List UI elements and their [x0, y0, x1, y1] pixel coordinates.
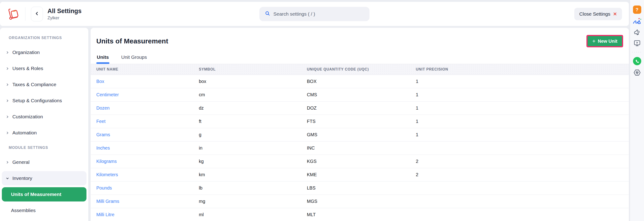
unit-uqc: MGS	[307, 199, 416, 204]
tab-units[interactable]: Units	[96, 55, 110, 64]
unit-precision: 1	[416, 79, 623, 84]
unit-symbol: box	[199, 79, 307, 84]
unit-name-link[interactable]: Milli Litre	[96, 212, 114, 217]
sidebar-item-customization[interactable]: Customization	[0, 109, 88, 125]
sidebar-item-units-of-measurement[interactable]: Units of Measurement	[0, 186, 88, 202]
help-icon[interactable]: ?	[633, 6, 641, 14]
table-row: Milli Litre ml MLT	[90, 208, 629, 221]
unit-name-link[interactable]: Inches	[96, 145, 110, 151]
unit-name-link[interactable]: Grams	[96, 132, 110, 137]
unit-name-link[interactable]: Kilograms	[96, 159, 117, 164]
table-row: Inches in INC	[90, 141, 629, 155]
unit-symbol: ml	[199, 212, 307, 217]
close-settings-button[interactable]: Close Settings ✕	[574, 8, 622, 20]
unit-symbol: ft	[199, 119, 307, 124]
unit-uqc: CMS	[307, 92, 416, 97]
unit-uqc: DOZ	[307, 105, 416, 111]
table-row: Kilograms kg KGS 2	[90, 155, 629, 168]
close-icon: ✕	[613, 12, 617, 16]
page-title: All Settings	[48, 7, 82, 15]
unit-uqc: INC	[307, 145, 416, 151]
table-row: Centimeter cm CMS 1	[90, 88, 629, 102]
announcements-icon[interactable]	[634, 29, 641, 36]
search-icon	[265, 11, 270, 17]
header-divider	[25, 7, 26, 21]
chevron-right-icon	[6, 99, 9, 102]
unit-symbol: km	[199, 172, 307, 177]
table-row: Feet ft FTS 1	[90, 115, 629, 128]
unit-uqc: LBS	[307, 185, 416, 191]
unit-name-link[interactable]: Centimeter	[96, 92, 119, 97]
unit-uqc: GMS	[307, 132, 416, 137]
section-label-organization-settings: ORGANIZATION SETTINGS	[9, 35, 88, 41]
settings-sidebar: ORGANIZATION SETTINGS Organization Users…	[0, 28, 88, 221]
unit-symbol: lb	[199, 185, 307, 191]
right-icon-rail: ?	[630, 0, 644, 221]
unit-precision: 2	[416, 159, 623, 164]
unit-uqc: KGS	[307, 159, 416, 164]
chevron-right-icon	[6, 67, 9, 70]
unit-name-link[interactable]: Dozen	[96, 105, 110, 111]
sidebar-item-general[interactable]: General	[0, 154, 88, 170]
chevron-right-icon	[6, 131, 9, 135]
header-title-block: All Settings Zylker	[48, 7, 82, 20]
section-label-module-settings: MODULE SETTINGS	[9, 144, 88, 151]
video-tutorials-icon[interactable]	[634, 39, 641, 47]
sidebar-item-users-roles[interactable]: Users & Roles	[0, 60, 88, 77]
panel-title: Units of Measurement	[96, 37, 168, 45]
chevron-right-icon	[6, 51, 9, 54]
chevron-down-icon	[6, 177, 9, 180]
units-of-measurement-panel: Units of Measurement + New Unit Units Un…	[90, 28, 629, 221]
unit-name-link[interactable]: Feet	[96, 119, 106, 124]
unit-symbol: cm	[199, 92, 307, 97]
sidebar-item-organization[interactable]: Organization	[0, 44, 88, 60]
inventory-logo-icon[interactable]	[7, 8, 20, 21]
unit-name-link[interactable]: Pounds	[96, 185, 112, 191]
table-row: Milli Grams mg MGS	[90, 195, 629, 208]
sidebar-item-automation[interactable]: Automation	[0, 125, 88, 141]
unit-symbol: g	[199, 132, 307, 137]
whatsapp-icon[interactable]	[633, 57, 641, 65]
chevron-right-icon	[6, 161, 9, 164]
search-placeholder: Search settings ( / )	[274, 11, 315, 17]
search-input[interactable]: Search settings ( / )	[260, 7, 370, 21]
unit-symbol: dz	[199, 105, 307, 111]
unit-name-link[interactable]: Kilometers	[96, 172, 118, 177]
chevron-right-icon	[6, 115, 9, 119]
table-header-row: UNIT NAME SYMBOL UNIQUE QUANTITY CODE (U…	[90, 64, 629, 75]
unit-symbol: in	[199, 145, 307, 151]
plus-icon: +	[592, 38, 596, 44]
unit-precision: 1	[416, 105, 623, 111]
close-settings-label: Close Settings	[579, 11, 610, 17]
table-row: Kilometers km KME 2	[90, 168, 629, 181]
sidebar-item-taxes-compliance[interactable]: Taxes & Compliance	[0, 77, 88, 93]
unit-uqc: BOX	[307, 79, 416, 84]
org-name: Zylker	[48, 15, 82, 21]
new-unit-label: New Unit	[598, 39, 618, 44]
more-dots: ·····	[632, 50, 642, 54]
unit-precision: 1	[416, 132, 623, 137]
table-row: Box box BOX 1	[90, 75, 629, 88]
sidebar-item-assemblies[interactable]: Assemblies	[0, 202, 88, 218]
sidebar-item-inventory[interactable]: Inventory	[0, 170, 88, 186]
sidebar-item-setup-configurations[interactable]: Setup & Configurations	[0, 93, 88, 109]
unit-uqc: MLT	[307, 212, 416, 217]
integrations-icon[interactable]	[633, 69, 641, 77]
column-unit-precision: UNIT PRECISION	[416, 67, 623, 71]
header-left-group: All Settings Zylker	[7, 7, 82, 21]
column-symbol: SYMBOL	[199, 67, 307, 71]
unit-uqc: FTS	[307, 119, 416, 124]
unit-precision: 2	[416, 172, 623, 177]
unit-name-link[interactable]: Box	[96, 79, 104, 84]
back-button[interactable]	[31, 7, 43, 21]
tab-unit-groups[interactable]: Unit Groups	[121, 55, 148, 64]
column-uqc: UNIQUE QUANTITY CODE (UQC)	[307, 67, 416, 71]
new-unit-button[interactable]: + New Unit	[588, 36, 622, 46]
unit-precision: 1	[416, 119, 623, 124]
units-table-body: Box box BOX 1 Centimeter cm CMS 1 Dozen …	[90, 75, 629, 221]
unit-name-link[interactable]: Milli Grams	[96, 199, 119, 204]
new-unit-highlight-ring: + New Unit	[586, 35, 623, 47]
tab-bar: Units Unit Groups	[96, 55, 623, 64]
unit-uqc: KME	[307, 172, 416, 177]
zia-assistant-icon[interactable]	[632, 17, 642, 25]
